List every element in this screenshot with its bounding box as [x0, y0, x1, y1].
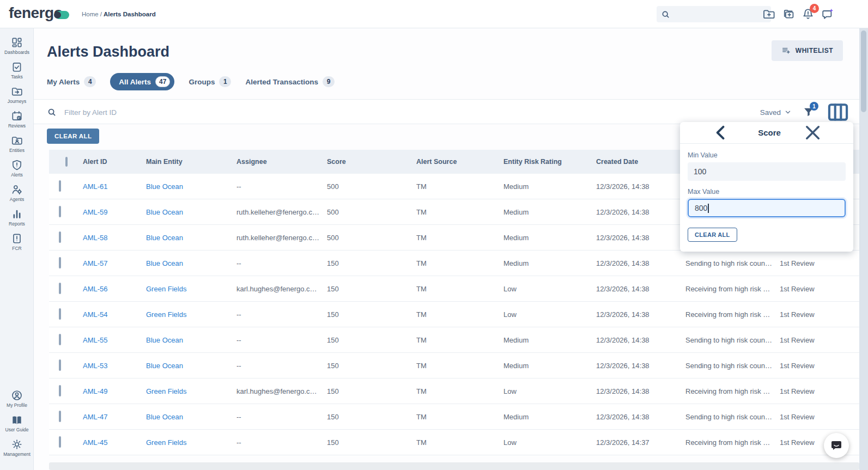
tab-alerted-transactions[interactable]: Alerted Transactions 9 — [245, 73, 335, 90]
table-row: AML-47 Blue Ocean -- 150 TM Medium 12/3/… — [49, 404, 859, 430]
col-header-alert-source[interactable]: Alert Source — [409, 158, 496, 166]
main-entity-link[interactable]: Blue Ocean — [138, 234, 229, 242]
row-checkbox[interactable] — [59, 359, 61, 371]
row-checkbox[interactable] — [59, 257, 61, 268]
alert-type-cell: Sending to high risk country — [678, 336, 772, 344]
alert-id-link[interactable]: AML-54 — [75, 310, 138, 319]
review-stage-cell: 1st Review — [772, 413, 859, 421]
alert-source-cell: TM — [409, 387, 496, 395]
col-header-assignee[interactable]: Assignee — [229, 158, 319, 166]
row-checkbox[interactable] — [59, 180, 61, 192]
chat-sparkle-icon[interactable] — [821, 8, 834, 21]
row-checkbox[interactable] — [59, 334, 61, 345]
col-header-entity-risk-rating[interactable]: Entity Risk Rating — [496, 158, 588, 166]
row-checkbox[interactable] — [59, 436, 61, 448]
sidebar-item-label: Reviews — [8, 123, 26, 129]
logo-pill-icon — [55, 11, 69, 19]
min-value-input[interactable]: 100 — [688, 162, 846, 181]
col-header-main-entity[interactable]: Main Entity — [138, 158, 229, 166]
alert-type-cell: Receiving from high risk c... — [678, 285, 772, 293]
sidebar-item-reviews[interactable]: Reviews — [0, 107, 34, 132]
saved-filters-dropdown[interactable]: Saved — [760, 108, 792, 117]
sidebar-item-alerts[interactable]: Alerts — [0, 156, 34, 181]
clear-all-filters-button[interactable]: CLEAR ALL — [47, 129, 99, 144]
sidebar-item-tasks[interactable]: Tasks — [0, 58, 34, 83]
main-entity-link[interactable]: Blue Ocean — [138, 208, 229, 216]
alert-id-link[interactable]: AML-55 — [75, 336, 138, 344]
sidebar-item-user-guide[interactable]: User Guide — [0, 411, 34, 436]
col-header-alert-id[interactable]: Alert ID — [75, 158, 138, 166]
row-checkbox[interactable] — [59, 308, 61, 320]
risk-rating-cell: Medium — [496, 362, 588, 370]
row-checkbox[interactable] — [59, 411, 61, 422]
row-checkbox[interactable] — [59, 231, 61, 243]
alert-source-cell: TM — [409, 310, 496, 319]
filter-alert-id-input[interactable] — [64, 108, 293, 117]
main-entity-link[interactable]: Blue Ocean — [138, 336, 229, 344]
main-entity-link[interactable]: Green Fields — [138, 438, 229, 447]
filter-funnel-button[interactable]: 1 — [803, 106, 815, 118]
alert-id-link[interactable]: AML-59 — [75, 208, 138, 216]
main-entity-link[interactable]: Blue Ocean — [138, 259, 229, 267]
tab-groups[interactable]: Groups 1 — [189, 73, 231, 90]
main-entity-link[interactable]: Blue Ocean — [138, 413, 229, 421]
columns-icon[interactable] — [825, 100, 851, 125]
sidebar-item-fcr[interactable]: FCR — [0, 230, 34, 254]
horizontal-scrollbar[interactable] — [49, 462, 859, 470]
sidebar-item-dashboards[interactable]: Dashboards — [0, 34, 34, 58]
filter-bar: Saved 1 — [34, 99, 868, 124]
col-header-score[interactable]: Score — [319, 158, 409, 166]
main-entity-link[interactable]: Blue Ocean — [138, 362, 229, 370]
select-all-checkbox[interactable] — [65, 157, 68, 167]
score-cell: 150 — [319, 285, 409, 293]
risk-rating-cell: Low — [496, 438, 588, 447]
alert-id-link[interactable]: AML-47 — [75, 413, 138, 421]
notifications-bell-icon[interactable]: 4 — [802, 8, 815, 21]
sidebar-item-journeys[interactable]: Journeys — [0, 83, 34, 107]
breadcrumb-home-link[interactable]: Home — [82, 11, 99, 17]
book-icon — [11, 414, 23, 426]
folder-add-icon[interactable] — [762, 8, 775, 21]
sidebar-item-management[interactable]: Management — [0, 436, 34, 460]
main-entity-link[interactable]: Blue Ocean — [138, 182, 229, 191]
score-cell: 150 — [319, 310, 409, 319]
sidebar-item-entities[interactable]: Entities — [0, 132, 34, 156]
global-search-input[interactable] — [670, 10, 763, 18]
alert-id-link[interactable]: AML-49 — [75, 387, 138, 395]
tab-label: My Alerts — [47, 78, 80, 86]
alert-id-link[interactable]: AML-56 — [75, 285, 138, 293]
back-chevron-icon[interactable] — [689, 122, 752, 143]
chat-launcher-button[interactable] — [824, 433, 849, 458]
row-checkbox[interactable] — [59, 206, 61, 217]
vertical-scrollbar[interactable] — [859, 28, 868, 470]
main-entity-link[interactable]: Green Fields — [138, 285, 229, 293]
main-entity-link[interactable]: Green Fields — [138, 310, 229, 319]
vertical-scrollbar-thumb[interactable] — [861, 30, 866, 112]
whitelist-button[interactable]: WHITELIST — [772, 40, 843, 61]
alert-id-link[interactable]: AML-57 — [75, 259, 138, 267]
global-search[interactable] — [657, 6, 771, 22]
sidebar-item-reports[interactable]: Reports — [0, 205, 34, 230]
alert-id-link[interactable]: AML-53 — [75, 362, 138, 370]
row-checkbox[interactable] — [59, 385, 61, 396]
alert-id-link[interactable]: AML-45 — [75, 438, 138, 447]
close-icon[interactable] — [781, 122, 845, 143]
profile-icon — [11, 389, 23, 401]
max-value-input[interactable]: 800 — [688, 199, 846, 217]
tab-all-alerts[interactable]: All Alerts 47 — [110, 73, 174, 90]
alert-id-link[interactable]: AML-58 — [75, 234, 138, 242]
main-entity-link[interactable]: Green Fields — [138, 387, 229, 395]
sidebar-item-label: User Guide — [5, 427, 29, 432]
folders-add-icon[interactable] — [782, 8, 795, 21]
sidebar-item-my-profile[interactable]: My Profile — [0, 387, 34, 411]
score-clear-all-button[interactable]: CLEAR ALL — [688, 228, 737, 242]
sidebar-item-agents[interactable]: Agents — [0, 181, 34, 205]
alert-id-link[interactable]: AML-61 — [75, 182, 138, 191]
tab-my-alerts[interactable]: My Alerts 4 — [47, 73, 96, 90]
review-stage-cell: 1st Review — [772, 310, 859, 319]
row-checkbox[interactable] — [59, 283, 61, 294]
page-title: Alerts Dashboard — [47, 44, 169, 60]
table-row: AML-55 Blue Ocean -- 150 TM Medium 12/3/… — [49, 327, 859, 353]
col-header-created-date[interactable]: Created Date — [588, 158, 678, 166]
fenergo-logo[interactable]: fenergo — [9, 4, 69, 22]
